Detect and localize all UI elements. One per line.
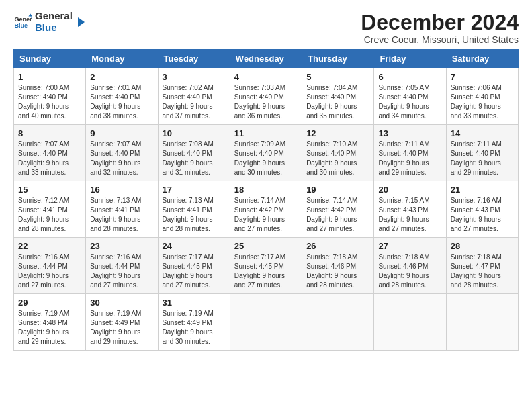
day-info: Sunrise: 7:16 AMSunset: 4:44 PMDaylight:… bbox=[90, 253, 153, 290]
day-number: 4 bbox=[234, 72, 298, 82]
day-info: Sunrise: 7:12 AMSunset: 4:41 PMDaylight:… bbox=[18, 196, 81, 234]
day-info: Sunrise: 7:16 AMSunset: 4:43 PMDaylight:… bbox=[451, 196, 514, 234]
day-number: 17 bbox=[163, 185, 226, 195]
calendar-week-row: 29Sunrise: 7:19 AMSunset: 4:48 PMDayligh… bbox=[14, 294, 519, 351]
day-info: Sunrise: 7:14 AMSunset: 4:42 PMDaylight:… bbox=[234, 196, 298, 234]
day-number: 15 bbox=[18, 185, 81, 195]
calendar-cell: 1Sunrise: 7:00 AMSunset: 4:40 PMDaylight… bbox=[14, 68, 86, 125]
day-info: Sunrise: 7:13 AMSunset: 4:41 PMDaylight:… bbox=[90, 196, 153, 234]
day-info: Sunrise: 7:13 AMSunset: 4:41 PMDaylight:… bbox=[163, 196, 226, 234]
calendar-cell: 26Sunrise: 7:18 AMSunset: 4:46 PMDayligh… bbox=[302, 238, 374, 294]
calendar-cell: 21Sunrise: 7:16 AMSunset: 4:43 PMDayligh… bbox=[446, 181, 518, 238]
calendar-cell: 12Sunrise: 7:10 AMSunset: 4:40 PMDayligh… bbox=[302, 125, 374, 181]
column-header-saturday: Saturday bbox=[446, 50, 518, 68]
day-number: 3 bbox=[163, 72, 226, 82]
calendar-cell: 6Sunrise: 7:05 AMSunset: 4:40 PMDaylight… bbox=[374, 68, 446, 125]
day-number: 25 bbox=[234, 241, 298, 251]
logo-general: General bbox=[35, 11, 73, 22]
column-header-wednesday: Wednesday bbox=[230, 50, 302, 68]
day-number: 12 bbox=[306, 128, 369, 138]
svg-marker-2 bbox=[28, 13, 32, 16]
day-number: 9 bbox=[90, 128, 153, 138]
day-info: Sunrise: 7:17 AMSunset: 4:45 PMDaylight:… bbox=[163, 253, 226, 290]
calendar-week-row: 15Sunrise: 7:12 AMSunset: 4:41 PMDayligh… bbox=[14, 181, 519, 238]
calendar-week-row: 22Sunrise: 7:16 AMSunset: 4:44 PMDayligh… bbox=[14, 238, 519, 294]
calendar-week-row: 1Sunrise: 7:00 AMSunset: 4:40 PMDaylight… bbox=[14, 68, 519, 125]
day-number: 28 bbox=[451, 241, 514, 251]
logo-arrow-icon bbox=[75, 16, 87, 28]
day-number: 19 bbox=[306, 185, 369, 195]
calendar-cell: 31Sunrise: 7:19 AMSunset: 4:49 PMDayligh… bbox=[158, 294, 230, 351]
svg-text:Blue: Blue bbox=[14, 22, 28, 29]
calendar-cell bbox=[374, 294, 446, 351]
calendar-cell: 25Sunrise: 7:17 AMSunset: 4:45 PMDayligh… bbox=[230, 238, 302, 294]
day-number: 5 bbox=[306, 72, 369, 82]
day-info: Sunrise: 7:18 AMSunset: 4:46 PMDaylight:… bbox=[378, 253, 441, 290]
day-number: 22 bbox=[18, 241, 81, 251]
day-info: Sunrise: 7:07 AMSunset: 4:40 PMDaylight:… bbox=[90, 140, 153, 177]
column-header-thursday: Thursday bbox=[302, 50, 374, 68]
day-number: 10 bbox=[163, 128, 226, 138]
day-number: 31 bbox=[163, 298, 226, 308]
day-number: 7 bbox=[451, 72, 514, 82]
day-info: Sunrise: 7:18 AMSunset: 4:46 PMDaylight:… bbox=[306, 253, 369, 290]
day-number: 20 bbox=[378, 185, 441, 195]
logo-blue: Blue bbox=[35, 22, 73, 34]
day-info: Sunrise: 7:11 AMSunset: 4:40 PMDaylight:… bbox=[378, 140, 441, 177]
day-number: 30 bbox=[90, 298, 153, 308]
day-info: Sunrise: 7:08 AMSunset: 4:40 PMDaylight:… bbox=[163, 140, 226, 177]
day-info: Sunrise: 7:18 AMSunset: 4:47 PMDaylight:… bbox=[451, 253, 514, 290]
svg-text:General: General bbox=[14, 15, 32, 22]
day-number: 18 bbox=[234, 185, 298, 195]
calendar-cell: 17Sunrise: 7:13 AMSunset: 4:41 PMDayligh… bbox=[158, 181, 230, 238]
calendar-cell: 20Sunrise: 7:15 AMSunset: 4:43 PMDayligh… bbox=[374, 181, 446, 238]
calendar-cell: 3Sunrise: 7:02 AMSunset: 4:40 PMDaylight… bbox=[158, 68, 230, 125]
day-info: Sunrise: 7:16 AMSunset: 4:44 PMDaylight:… bbox=[18, 253, 81, 290]
svg-marker-4 bbox=[78, 17, 85, 27]
calendar-cell: 11Sunrise: 7:09 AMSunset: 4:40 PMDayligh… bbox=[230, 125, 302, 181]
calendar-cell: 30Sunrise: 7:19 AMSunset: 4:49 PMDayligh… bbox=[86, 294, 158, 351]
column-header-tuesday: Tuesday bbox=[158, 50, 230, 68]
calendar-cell: 9Sunrise: 7:07 AMSunset: 4:40 PMDaylight… bbox=[86, 125, 158, 181]
calendar-cell bbox=[230, 294, 302, 351]
column-header-sunday: Sunday bbox=[14, 50, 86, 68]
day-info: Sunrise: 7:05 AMSunset: 4:40 PMDaylight:… bbox=[378, 83, 441, 121]
calendar-cell: 2Sunrise: 7:01 AMSunset: 4:40 PMDaylight… bbox=[86, 68, 158, 125]
day-info: Sunrise: 7:19 AMSunset: 4:49 PMDaylight:… bbox=[163, 309, 226, 347]
page-title: December 2024 bbox=[361, 11, 519, 34]
day-number: 1 bbox=[18, 72, 81, 82]
page-subtitle: Creve Coeur, Missouri, United States bbox=[361, 34, 519, 45]
day-info: Sunrise: 7:15 AMSunset: 4:43 PMDaylight:… bbox=[378, 196, 441, 234]
day-info: Sunrise: 7:11 AMSunset: 4:40 PMDaylight:… bbox=[451, 140, 514, 177]
title-area: December 2024 Creve Coeur, Missouri, Uni… bbox=[361, 11, 519, 45]
day-number: 26 bbox=[306, 241, 369, 251]
day-number: 23 bbox=[90, 241, 153, 251]
day-number: 13 bbox=[378, 128, 441, 138]
day-info: Sunrise: 7:01 AMSunset: 4:40 PMDaylight:… bbox=[90, 83, 153, 121]
day-info: Sunrise: 7:09 AMSunset: 4:40 PMDaylight:… bbox=[234, 140, 298, 177]
day-number: 2 bbox=[90, 72, 153, 82]
header: General Blue General Blue December 2024 … bbox=[13, 11, 519, 45]
day-number: 29 bbox=[18, 298, 81, 308]
day-info: Sunrise: 7:04 AMSunset: 4:40 PMDaylight:… bbox=[306, 83, 369, 121]
calendar-cell: 4Sunrise: 7:03 AMSunset: 4:40 PMDaylight… bbox=[230, 68, 302, 125]
logo: General Blue General Blue bbox=[13, 11, 87, 33]
day-info: Sunrise: 7:02 AMSunset: 4:40 PMDaylight:… bbox=[163, 83, 226, 121]
calendar-cell: 10Sunrise: 7:08 AMSunset: 4:40 PMDayligh… bbox=[158, 125, 230, 181]
day-number: 24 bbox=[163, 241, 226, 251]
day-number: 16 bbox=[90, 185, 153, 195]
calendar-cell: 5Sunrise: 7:04 AMSunset: 4:40 PMDaylight… bbox=[302, 68, 374, 125]
day-info: Sunrise: 7:10 AMSunset: 4:40 PMDaylight:… bbox=[306, 140, 369, 177]
day-number: 21 bbox=[451, 185, 514, 195]
calendar-cell: 13Sunrise: 7:11 AMSunset: 4:40 PMDayligh… bbox=[374, 125, 446, 181]
calendar-cell: 16Sunrise: 7:13 AMSunset: 4:41 PMDayligh… bbox=[86, 181, 158, 238]
day-info: Sunrise: 7:00 AMSunset: 4:40 PMDaylight:… bbox=[18, 83, 81, 121]
calendar-cell: 24Sunrise: 7:17 AMSunset: 4:45 PMDayligh… bbox=[158, 238, 230, 294]
day-info: Sunrise: 7:03 AMSunset: 4:40 PMDaylight:… bbox=[234, 83, 298, 121]
logo-icon: General Blue bbox=[13, 13, 32, 32]
calendar-cell: 28Sunrise: 7:18 AMSunset: 4:47 PMDayligh… bbox=[446, 238, 518, 294]
calendar-header-row: SundayMondayTuesdayWednesdayThursdayFrid… bbox=[14, 50, 519, 68]
calendar-cell: 18Sunrise: 7:14 AMSunset: 4:42 PMDayligh… bbox=[230, 181, 302, 238]
day-info: Sunrise: 7:06 AMSunset: 4:40 PMDaylight:… bbox=[451, 83, 514, 121]
calendar-cell: 15Sunrise: 7:12 AMSunset: 4:41 PMDayligh… bbox=[14, 181, 86, 238]
